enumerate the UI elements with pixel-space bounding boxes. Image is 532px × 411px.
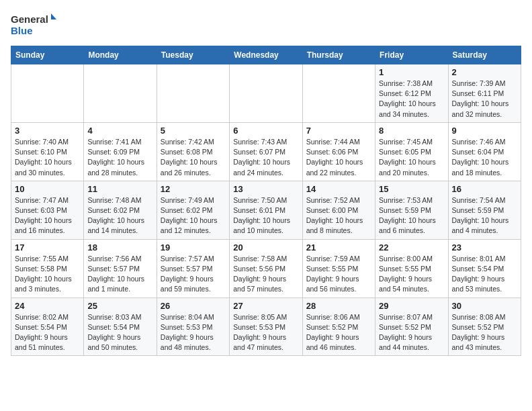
calendar-day-18: 18Sunrise: 7:56 AMSunset: 5:57 PMDayligh… [84,239,157,298]
day-number: 2 [452,67,517,77]
day-number: 29 [379,301,444,311]
calendar-day-24: 24Sunrise: 8:02 AMSunset: 5:54 PMDayligh… [11,298,84,356]
calendar-day-1: 1Sunrise: 7:38 AMSunset: 6:12 PMDaylight… [375,64,448,123]
day-number: 19 [161,242,226,253]
day-number: 22 [379,242,444,253]
day-number: 1 [379,67,444,77]
calendar-day-21: 21Sunrise: 7:59 AMSunset: 5:55 PMDayligh… [302,239,375,298]
calendar-day-16: 16Sunrise: 7:54 AMSunset: 5:59 PMDayligh… [448,181,521,239]
calendar-day-10: 10Sunrise: 7:47 AMSunset: 6:03 PMDayligh… [11,181,84,239]
day-number: 9 [452,126,517,136]
calendar-day-26: 26Sunrise: 8:04 AMSunset: 5:53 PMDayligh… [157,298,229,356]
day-info: Sunrise: 7:57 AMSunset: 5:57 PMDaylight:… [161,254,226,295]
calendar-day-4: 4Sunrise: 7:41 AMSunset: 6:09 PMDaylight… [84,122,157,181]
day-info: Sunrise: 7:52 AMSunset: 6:00 PMDaylight:… [306,195,371,236]
weekday-header-sunday: Sunday [11,46,84,64]
day-number: 18 [87,242,152,253]
calendar-day-9: 9Sunrise: 7:46 AMSunset: 6:04 PMDaylight… [448,122,521,181]
day-info: Sunrise: 8:00 AMSunset: 5:55 PMDaylight:… [379,254,444,295]
day-info: Sunrise: 7:43 AMSunset: 6:07 PMDaylight:… [233,137,298,178]
day-info: Sunrise: 8:08 AMSunset: 5:52 PMDaylight:… [452,312,517,353]
calendar-empty-cell [84,64,157,123]
day-number: 13 [233,184,298,194]
calendar-week-row: 1Sunrise: 7:38 AMSunset: 6:12 PMDaylight… [11,64,521,123]
day-info: Sunrise: 7:42 AMSunset: 6:08 PMDaylight:… [161,137,226,178]
calendar-empty-cell [11,64,84,123]
day-info: Sunrise: 7:53 AMSunset: 5:59 PMDaylight:… [379,195,444,236]
calendar-day-2: 2Sunrise: 7:39 AMSunset: 6:11 PMDaylight… [448,64,521,123]
day-info: Sunrise: 7:55 AMSunset: 5:58 PMDaylight:… [15,254,80,295]
day-number: 4 [87,126,152,136]
day-number: 3 [15,126,80,136]
calendar-day-8: 8Sunrise: 7:45 AMSunset: 6:05 PMDaylight… [375,122,448,181]
day-info: Sunrise: 7:49 AMSunset: 6:02 PMDaylight:… [161,195,226,236]
page-header: GeneralBlue [11,11,521,38]
weekday-header-saturday: Saturday [448,46,521,64]
weekday-header-thursday: Thursday [302,46,375,64]
day-number: 23 [452,242,517,253]
calendar-day-23: 23Sunrise: 8:01 AMSunset: 5:54 PMDayligh… [448,239,521,298]
day-info: Sunrise: 7:59 AMSunset: 5:55 PMDaylight:… [306,254,371,295]
day-number: 21 [306,242,371,253]
calendar-day-20: 20Sunrise: 7:58 AMSunset: 5:56 PMDayligh… [230,239,302,298]
calendar-day-30: 30Sunrise: 8:08 AMSunset: 5:52 PMDayligh… [448,298,521,356]
day-number: 27 [233,301,298,311]
day-info: Sunrise: 7:47 AMSunset: 6:03 PMDaylight:… [15,195,80,236]
weekday-header-monday: Monday [84,46,157,64]
weekday-header-tuesday: Tuesday [157,46,229,64]
day-info: Sunrise: 7:54 AMSunset: 5:59 PMDaylight:… [452,195,517,236]
calendar-day-12: 12Sunrise: 7:49 AMSunset: 6:02 PMDayligh… [157,181,229,239]
day-number: 17 [15,242,80,253]
calendar-day-29: 29Sunrise: 8:07 AMSunset: 5:52 PMDayligh… [375,298,448,356]
calendar-day-25: 25Sunrise: 8:03 AMSunset: 5:54 PMDayligh… [84,298,157,356]
day-number: 6 [233,126,298,136]
calendar-week-row: 3Sunrise: 7:40 AMSunset: 6:10 PMDaylight… [11,122,521,181]
day-number: 8 [379,126,444,136]
calendar-table: SundayMondayTuesdayWednesdayThursdayFrid… [11,46,521,356]
calendar-week-row: 17Sunrise: 7:55 AMSunset: 5:58 PMDayligh… [11,239,521,298]
calendar-header-row: SundayMondayTuesdayWednesdayThursdayFrid… [11,46,521,64]
calendar-day-6: 6Sunrise: 7:43 AMSunset: 6:07 PMDaylight… [230,122,302,181]
logo: GeneralBlue [11,11,58,38]
calendar-day-27: 27Sunrise: 8:05 AMSunset: 5:53 PMDayligh… [230,298,302,356]
day-number: 11 [87,184,152,194]
calendar-day-15: 15Sunrise: 7:53 AMSunset: 5:59 PMDayligh… [375,181,448,239]
day-info: Sunrise: 8:03 AMSunset: 5:54 PMDaylight:… [87,312,152,353]
day-number: 30 [452,301,517,311]
day-info: Sunrise: 7:45 AMSunset: 6:05 PMDaylight:… [379,137,444,178]
calendar-day-17: 17Sunrise: 7:55 AMSunset: 5:58 PMDayligh… [11,239,84,298]
svg-text:Blue: Blue [11,25,33,36]
day-info: Sunrise: 8:06 AMSunset: 5:52 PMDaylight:… [306,312,371,353]
calendar-day-22: 22Sunrise: 8:00 AMSunset: 5:55 PMDayligh… [375,239,448,298]
day-number: 15 [379,184,444,194]
day-info: Sunrise: 7:56 AMSunset: 5:57 PMDaylight:… [87,254,152,295]
calendar-day-7: 7Sunrise: 7:44 AMSunset: 6:06 PMDaylight… [302,122,375,181]
day-info: Sunrise: 7:44 AMSunset: 6:06 PMDaylight:… [306,137,371,178]
day-number: 7 [306,126,371,136]
calendar-day-19: 19Sunrise: 7:57 AMSunset: 5:57 PMDayligh… [157,239,229,298]
svg-text:General: General [11,13,48,25]
calendar-week-row: 10Sunrise: 7:47 AMSunset: 6:03 PMDayligh… [11,181,521,239]
day-number: 16 [452,184,517,194]
day-number: 12 [161,184,226,194]
calendar-day-14: 14Sunrise: 7:52 AMSunset: 6:00 PMDayligh… [302,181,375,239]
calendar-empty-cell [157,64,229,123]
day-info: Sunrise: 8:05 AMSunset: 5:53 PMDaylight:… [233,312,298,353]
weekday-header-friday: Friday [375,46,448,64]
day-info: Sunrise: 7:39 AMSunset: 6:11 PMDaylight:… [452,79,517,120]
day-info: Sunrise: 7:46 AMSunset: 6:04 PMDaylight:… [452,137,517,178]
logo-icon: GeneralBlue [11,11,58,38]
day-number: 20 [233,242,298,253]
calendar-day-3: 3Sunrise: 7:40 AMSunset: 6:10 PMDaylight… [11,122,84,181]
day-number: 14 [306,184,371,194]
calendar-week-row: 24Sunrise: 8:02 AMSunset: 5:54 PMDayligh… [11,298,521,356]
day-number: 5 [161,126,226,136]
day-number: 28 [306,301,371,311]
day-number: 26 [161,301,226,311]
calendar-empty-cell [230,64,302,123]
day-info: Sunrise: 7:41 AMSunset: 6:09 PMDaylight:… [87,137,152,178]
day-info: Sunrise: 7:48 AMSunset: 6:02 PMDaylight:… [87,195,152,236]
day-info: Sunrise: 7:50 AMSunset: 6:01 PMDaylight:… [233,195,298,236]
day-info: Sunrise: 8:02 AMSunset: 5:54 PMDaylight:… [15,312,80,353]
day-info: Sunrise: 7:40 AMSunset: 6:10 PMDaylight:… [15,137,80,178]
